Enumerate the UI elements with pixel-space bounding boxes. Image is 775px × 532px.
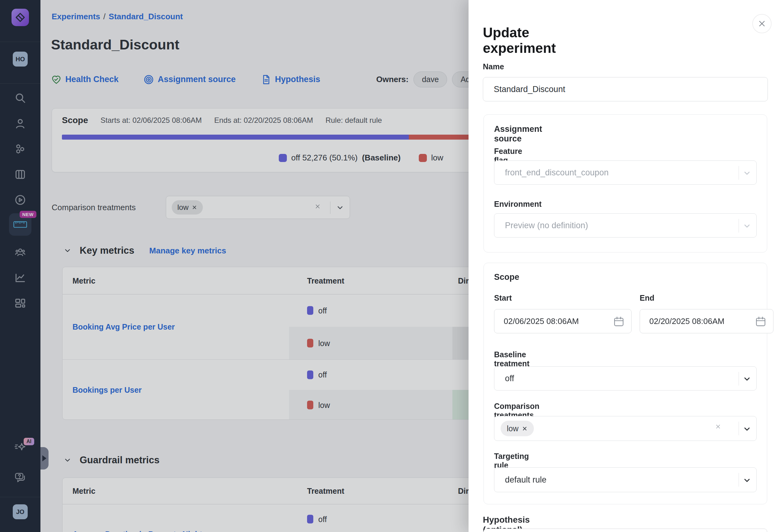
legend-item-low: low	[419, 153, 443, 163]
sidebar-item-metrics-active[interactable]: NEW	[9, 213, 31, 236]
clear-selection-icon[interactable]	[315, 204, 323, 212]
treatment-swatch-low	[307, 401, 313, 409]
sidebar-expand-handle[interactable]	[40, 447, 49, 470]
bar-segment-off	[62, 135, 409, 140]
ruler-icon	[13, 221, 27, 228]
scope-ends-at: Ends at: 02/20/2025 08:06AM	[214, 116, 313, 125]
audiences-people-icon[interactable]	[14, 246, 26, 258]
breadcrumb: Experiments/Standard_Discount	[52, 12, 183, 21]
close-button[interactable]	[752, 14, 772, 33]
end-date-input[interactable]: 02/20/2025 08:06AM	[640, 309, 773, 333]
scope-form-heading: Scope	[494, 272, 519, 282]
legend-swatch-low	[419, 154, 427, 162]
assignment-source-heading: Assignment source	[494, 124, 542, 144]
dynamic-config-play-icon[interactable]	[14, 194, 26, 206]
col-header-treatment: Treatment	[307, 487, 344, 496]
chevron-down-icon	[743, 169, 751, 178]
target-icon	[143, 74, 154, 85]
sidebar-divider	[0, 42, 40, 42]
metric-link[interactable]: Average Duration in Property Nights	[72, 530, 206, 532]
collapse-chevron-icon[interactable]	[63, 456, 72, 464]
experiments-columns-icon[interactable]	[14, 169, 26, 180]
col-header-metric: Metric	[72, 276, 95, 285]
chevron-down-icon	[743, 222, 751, 230]
users-icon[interactable]	[14, 118, 26, 129]
treatment-chip-low[interactable]: low	[172, 200, 203, 215]
start-date-input[interactable]: 02/06/2025 08:06AM	[494, 309, 632, 333]
chip-remove-icon[interactable]	[192, 205, 197, 210]
tab-hypothesis[interactable]: Hypothesis	[261, 74, 320, 85]
col-header-treatment: Treatment	[307, 276, 344, 285]
hypothesis-textarea[interactable]	[484, 529, 767, 532]
metric-link[interactable]: Bookings per User	[72, 385, 141, 394]
sidebar: HO NEW AI JO	[0, 0, 40, 532]
start-label: Start	[494, 294, 512, 303]
expand-arrow-icon	[42, 455, 46, 461]
environment-label: Environment	[494, 200, 542, 209]
sidebar-divider	[0, 83, 40, 84]
chevron-down-icon[interactable]	[336, 204, 344, 212]
baseline-treatment-select[interactable]: off	[494, 366, 757, 391]
scope-starts-at: Starts at: 02/06/2025 08:06AM	[100, 116, 202, 125]
collapse-chevron-icon[interactable]	[63, 247, 72, 255]
user-avatar[interactable]: JO	[13, 504, 28, 519]
comparison-treatments-select[interactable]: low	[166, 196, 350, 219]
chevron-down-icon[interactable]	[743, 375, 751, 383]
chevron-down-icon[interactable]	[743, 425, 751, 433]
manage-key-metrics-link[interactable]: Manage key metrics	[149, 246, 226, 256]
owner-chip[interactable]: dave	[414, 72, 447, 87]
analytics-chart-icon[interactable]	[14, 272, 26, 284]
guardrail-metrics-title: Guardrail metrics	[80, 455, 160, 466]
treatment-swatch-off	[307, 515, 313, 524]
baseline-treatment-label: Baseline treatment	[494, 350, 530, 368]
scope-title: Scope	[62, 115, 88, 125]
treatment-swatch-off	[307, 306, 313, 315]
workspace-avatar[interactable]: HO	[13, 52, 28, 67]
select-divider	[330, 201, 330, 214]
chevron-down-icon[interactable]	[743, 476, 751, 485]
legend-swatch-off	[279, 154, 287, 162]
guardrail-metrics-header: Guardrail metrics	[63, 455, 160, 466]
treatment-chip-low[interactable]: low	[501, 421, 534, 436]
breadcrumb-current-link[interactable]: Standard_Discount	[109, 12, 183, 21]
heart-check-icon	[51, 74, 62, 85]
owners-label: Owners:	[376, 75, 409, 84]
calendar-icon[interactable]	[755, 316, 766, 327]
chip-remove-icon[interactable]	[522, 426, 528, 432]
close-icon	[758, 20, 766, 28]
key-metrics-title: Key metrics	[80, 245, 134, 256]
tab-assignment-source[interactable]: Assignment source	[143, 74, 236, 85]
comparison-treatments-label: Comparison treatments	[52, 203, 166, 212]
help-chat-icon[interactable]	[14, 471, 26, 483]
tab-health-check[interactable]: Health Check	[51, 74, 118, 85]
ai-badge: AI	[24, 438, 34, 445]
dashboards-grid-icon[interactable]	[14, 297, 26, 309]
document-icon	[261, 74, 271, 85]
clear-selection-icon[interactable]	[715, 424, 724, 433]
new-badge: NEW	[20, 211, 37, 218]
treatment-swatch-low	[307, 339, 313, 348]
scope-legend: off 52,276 (50.1%) (Baseline) low	[279, 153, 443, 163]
name-input[interactable]: Standard_Discount	[483, 77, 768, 101]
end-label: End	[640, 294, 654, 303]
key-metrics-header: Key metrics Manage key metrics	[63, 245, 226, 256]
targeting-rule-select[interactable]: default rule	[494, 467, 757, 492]
sidebar-divider	[0, 497, 40, 497]
treatment-swatch-off	[307, 370, 313, 379]
search-icon[interactable]	[14, 92, 26, 104]
drawer-title: Update experiment	[483, 25, 556, 56]
feature-flag-select[interactable]: front_end_discount_coupon	[494, 160, 757, 185]
app-logo-icon[interactable]	[12, 9, 29, 26]
col-header-metric: Metric	[72, 487, 95, 496]
name-label: Name	[483, 62, 504, 71]
comparison-treatments-multiselect[interactable]: low	[494, 416, 757, 441]
feature-gates-icon[interactable]	[14, 143, 26, 155]
environment-select[interactable]: Preview (no definition)	[494, 213, 757, 238]
page-title: Standard_Discount	[51, 37, 179, 53]
scope-rule: Rule: default rule	[325, 116, 382, 125]
metric-link[interactable]: Booking Avg Price per User	[72, 322, 175, 331]
calendar-icon[interactable]	[613, 316, 624, 327]
comparison-treatments-row: Comparison treatments low	[52, 196, 350, 219]
breadcrumb-experiments-link[interactable]: Experiments	[52, 12, 100, 21]
legend-item-off: off 52,276 (50.1%) (Baseline)	[279, 153, 401, 163]
